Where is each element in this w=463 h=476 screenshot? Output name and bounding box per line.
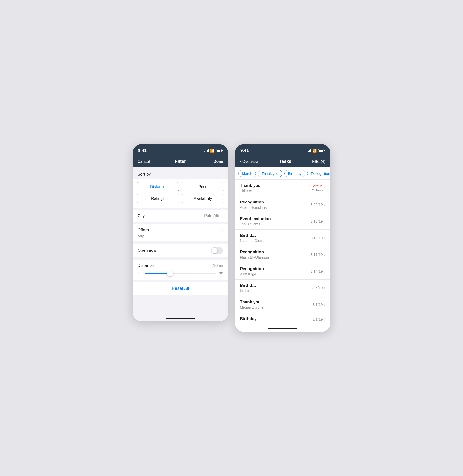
filter-time: 9:41 [138,148,147,153]
task-row-6[interactable]: Recognition Alex Kilgo 3/14/19 › [235,263,330,280]
task-person-2: Adam Humphrey [240,205,267,209]
filter-nav-bar: Cancel Filter Done [133,156,228,167]
task-row-3[interactable]: Event Invitation Top 3 clients 3/13/19 › [235,213,330,230]
city-section: City Palo Alto › [133,210,228,222]
task-type-9: Birthday [240,316,257,321]
offers-value: Any [138,234,144,238]
task-row-2[interactable]: Recognition Adam Humphrey 3/22/19 › [235,196,330,213]
task-row-1[interactable]: Thank you Thilo Berndt Overdue 2 days › [235,180,330,196]
tasks-battery-icon [318,149,325,152]
sort-ratings-button[interactable]: Ratings [137,194,179,203]
task-person-5: Flash Ek-Ularnpun [240,255,270,259]
sort-availability-button[interactable]: Availability [182,194,224,203]
chip-thankyou[interactable]: Thank you [258,170,282,177]
task-row-5[interactable]: Recognition Flash Ek-Ularnpun 3/11/19 › [235,246,330,263]
chip-birthday[interactable]: Birthday [284,170,305,177]
task-right-2: 3/22/19 › [311,202,325,207]
task-person-3: Top 3 clients [240,222,271,226]
task-row-8[interactable]: Thank you Megan Zurcher 3/1/19 › [235,296,330,313]
task-info-3: Event Invitation Top 3 clients [240,216,271,226]
wifi-icon: 📶 [210,149,214,153]
bottom-spacer [133,295,228,315]
task-right-4: 3/10/19 › [311,236,325,240]
distance-slider[interactable] [145,273,216,274]
filter-phone: 9:41 📶 Cancel Filter Done Sort by [133,144,228,321]
battery-icon [216,149,223,152]
task-row-4[interactable]: Birthday Natasha Giotra 3/10/19 › [235,230,330,246]
back-chevron-icon: ‹ [240,159,241,164]
task-chevron-5: › [324,252,325,257]
task-row-7[interactable]: Birthday Lili Lin 3/26/19 › [235,280,330,296]
city-value: Palo Alto › [204,214,223,218]
toggle-thumb [211,248,217,253]
sort-distance-button[interactable]: Distance [137,182,179,191]
task-date-3: 3/13/19 [311,219,323,223]
task-type-7: Birthday [240,283,257,288]
phones-container: 9:41 📶 Cancel Filter Done Sort by [133,144,330,332]
reset-all-button[interactable]: Reset All [172,286,189,291]
task-right-6: 3/14/19 › [311,269,325,274]
task-date-7: 3/26/19 [311,286,323,290]
task-right-9: 3/1/19 › [313,317,325,321]
task-info-6: Recognition Alex Kilgo [240,266,264,276]
task-info-9: Birthday [240,316,257,322]
offers-chevron-icon: › [222,228,223,232]
sort-grid: Distance Price Ratings Availability [133,179,228,208]
task-type-4: Birthday [240,233,265,238]
city-label: City [138,214,145,218]
task-info-7: Birthday Lili Lin [240,283,257,293]
task-chevron-1: › [324,186,325,190]
filter-home-indicator [133,315,228,321]
tasks-filter-button[interactable]: Filter(4) [312,159,325,164]
task-type-6: Recognition [240,266,264,271]
task-subdate-1: 2 days [309,188,323,192]
open-now-toggle[interactable] [211,247,223,254]
task-info-1: Thank you Thilo Berndt [240,183,261,193]
tasks-home-indicator [235,325,330,332]
filter-body: Sort by Distance Price Ratings Availabil… [133,167,228,315]
city-chevron-icon: › [222,214,223,218]
filter-title: Filter [175,159,186,164]
task-row-9[interactable]: Birthday 3/1/19 › [235,313,330,325]
task-date-9: 3/1/19 [313,317,323,321]
tasks-phone: 9:41 📶 ‹ Overview Tasks Filter(4) [235,144,330,332]
filter-status-icons: 📶 [204,149,223,153]
distance-value: 10 mi [213,263,223,268]
distance-section: Distance 10 mi 0 30 [133,260,228,280]
open-now-row: Open now [133,244,228,257]
offers-row[interactable]: Offers › Any [133,224,228,241]
task-person-6: Alex Kilgo [240,272,264,276]
task-type-3: Event Invitation [240,216,271,221]
task-person-4: Natasha Giotra [240,238,265,243]
task-type-8: Thank you [240,300,265,305]
reset-section: Reset All [133,282,228,295]
filter-status-bar: 9:41 📶 [133,144,228,156]
task-chevron-7: › [324,286,325,290]
task-right-7: 3/26/19 › [311,286,325,290]
task-chevron-8: › [324,302,325,307]
slider-min-label: 0 [138,271,142,275]
task-type-1: Thank you [240,183,261,188]
chip-march[interactable]: March [238,170,256,177]
tasks-status-bar: 9:41 📶 [235,144,330,156]
open-now-label: Open now [138,248,157,253]
task-info-4: Birthday Natasha Giotra [240,233,265,243]
task-right-8: 3/1/19 › [313,302,325,307]
city-row[interactable]: City Palo Alto › [133,210,228,222]
tasks-back-button[interactable]: ‹ Overview [240,159,259,164]
cancel-button[interactable]: Cancel [138,159,155,164]
task-person-8: Megan Zurcher [240,305,265,309]
done-button[interactable]: Done [206,159,223,164]
slider-thumb [167,270,173,276]
distance-label: Distance [138,263,154,268]
tasks-wifi-icon: 📶 [313,149,317,153]
sort-price-button[interactable]: Price [182,182,224,191]
task-right-1: Overdue 2 days › [309,184,325,192]
task-date-8: 3/1/19 [313,302,323,307]
task-chevron-9: › [324,317,325,321]
chip-recognition[interactable]: Recognition [307,170,330,177]
task-info-2: Recognition Adam Humphrey [240,200,267,209]
tasks-status-icons: 📶 [307,149,325,153]
task-date-1: Overdue [309,184,323,188]
tasks-list: Thank you Thilo Berndt Overdue 2 days › … [235,180,330,325]
